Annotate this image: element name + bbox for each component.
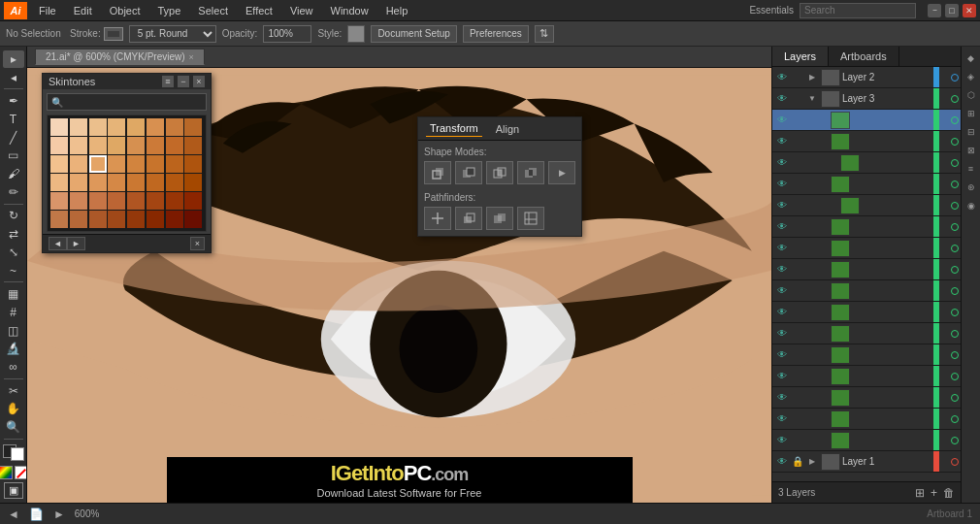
mesh-tool[interactable]: #: [3, 304, 24, 321]
mini-tool-9[interactable]: ◉: [964, 198, 979, 213]
brush-select[interactable]: 5 pt. Round: [129, 25, 216, 43]
target-circle[interactable]: [951, 415, 959, 423]
mini-tool-1[interactable]: ◆: [964, 50, 979, 66]
layer-row[interactable]: 👁 🔒: [772, 152, 961, 174]
search-input[interactable]: [800, 3, 916, 18]
layer-visibility-icon[interactable]: 👁: [774, 157, 790, 168]
swatch-item[interactable]: [184, 174, 202, 191]
target-circle[interactable]: [951, 223, 959, 231]
type-tool[interactable]: T: [3, 111, 24, 128]
swatch-item[interactable]: [50, 192, 68, 210]
artboards-tab[interactable]: Artboards: [829, 47, 899, 66]
layer-row[interactable]: 👁 🔒: [772, 366, 961, 387]
swatch-item[interactable]: [166, 192, 183, 210]
pen-tool[interactable]: ✒: [3, 92, 24, 110]
graph-tool[interactable]: ▦: [3, 285, 24, 303]
swatch-item[interactable]: [166, 174, 183, 191]
swatch-item[interactable]: [70, 118, 87, 136]
swatch-item[interactable]: [166, 137, 183, 154]
layer-row[interactable]: 👁 🔒: [772, 174, 961, 195]
layers-tab[interactable]: Layers: [772, 47, 829, 66]
pathfinder-merge[interactable]: [486, 207, 513, 230]
swatch-item[interactable]: [50, 155, 68, 173]
swatch-item[interactable]: [184, 155, 202, 173]
menu-type[interactable]: Type: [154, 3, 185, 18]
swatch-item[interactable]: [147, 192, 164, 210]
mini-tool-8[interactable]: ⊛: [964, 180, 979, 195]
target-circle[interactable]: [951, 394, 959, 402]
mini-tool-4[interactable]: ⊞: [964, 106, 979, 121]
layer-visibility-icon[interactable]: 👁: [774, 221, 790, 232]
layer-lock-icon[interactable]: 🔒: [790, 136, 805, 147]
swatch-item[interactable]: [166, 118, 183, 136]
rotate-tool[interactable]: ↻: [3, 208, 24, 225]
status-icon-arrow[interactable]: ►: [53, 508, 65, 521]
menu-effect[interactable]: Effect: [242, 3, 277, 18]
stroke-color-swatch[interactable]: [11, 447, 24, 461]
scale-tool[interactable]: ⤡: [3, 244, 24, 261]
swatch-item[interactable]: [127, 155, 145, 173]
skintones-panel-minimize[interactable]: −: [178, 76, 189, 87]
skintones-search-input[interactable]: [63, 97, 202, 108]
arrange-button[interactable]: ⇅: [535, 25, 554, 43]
layer-lock-icon[interactable]: 🔒: [790, 392, 805, 403]
stroke-swatch[interactable]: [104, 27, 123, 41]
select-tool[interactable]: ▸: [3, 50, 24, 68]
swatch-item[interactable]: [50, 137, 68, 154]
layer-visibility-icon[interactable]: 👁: [774, 179, 790, 189]
layer-lock-icon[interactable]: 🔒: [790, 93, 805, 104]
swatch-item[interactable]: [89, 118, 107, 136]
menu-help[interactable]: Help: [382, 3, 412, 18]
target-circle[interactable]: [951, 245, 959, 252]
layer-row[interactable]: 👁 🔒: [772, 238, 961, 259]
layer-lock-icon[interactable]: 🔒: [790, 328, 805, 339]
layer-row[interactable]: 👁 🔒 ▶ Layer 2: [772, 67, 961, 88]
skintones-panel-menu[interactable]: ≡: [162, 76, 174, 87]
swatch-item[interactable]: [166, 211, 183, 228]
layer-visibility-icon[interactable]: 👁: [774, 72, 790, 82]
swatch-item[interactable]: [127, 174, 145, 191]
target-circle[interactable]: [951, 202, 959, 210]
target-circle[interactable]: [951, 330, 959, 338]
preferences-button[interactable]: Preferences: [463, 25, 529, 43]
layer-row[interactable]: 👁 🔒: [772, 323, 961, 344]
pathfinder-crop[interactable]: [517, 207, 544, 230]
close-button[interactable]: ✕: [963, 4, 976, 17]
delete-layer-icon[interactable]: 🗑: [943, 486, 955, 500]
shape-mode-unite[interactable]: [424, 161, 451, 184]
layer-visibility-icon[interactable]: 👁: [774, 328, 790, 339]
layer-expand-icon[interactable]: ▶: [805, 73, 819, 82]
swatch-item[interactable]: [89, 137, 107, 154]
layer-row[interactable]: 👁 🔒 ▼ Layer 3: [772, 88, 961, 110]
mini-tool-2[interactable]: ◈: [964, 69, 979, 84]
layer-lock-icon[interactable]: 🔒: [790, 115, 805, 125]
hand-tool[interactable]: ✋: [3, 400, 24, 417]
layer-lock-icon[interactable]: 🔒: [790, 456, 805, 467]
layer-row[interactable]: 👁 🔒: [772, 280, 961, 302]
warp-tool[interactable]: ~: [3, 262, 24, 279]
target-circle[interactable]: [951, 287, 959, 295]
opacity-input[interactable]: 100%: [263, 25, 311, 43]
layer-row[interactable]: 👁 🔒: [772, 387, 961, 409]
layer-lock-icon[interactable]: 🔒: [790, 285, 805, 296]
swatch-item[interactable]: [184, 211, 202, 228]
swatch-item[interactable]: [108, 155, 125, 173]
layer-lock-icon[interactable]: 🔒: [790, 200, 805, 211]
paint-brush-tool[interactable]: 🖌: [3, 165, 24, 182]
target-circle[interactable]: [951, 138, 959, 146]
swatch-item[interactable]: [147, 155, 164, 173]
mini-tool-7[interactable]: ≡: [964, 161, 979, 177]
swatch-item[interactable]: [50, 174, 68, 191]
make-sublayer-icon[interactable]: ⊞: [915, 486, 925, 500]
swatch-item[interactable]: [89, 174, 107, 191]
swatch-item[interactable]: [108, 192, 125, 210]
target-circle[interactable]: [951, 309, 959, 316]
swatch-item[interactable]: [108, 174, 125, 191]
layer-visibility-icon[interactable]: 👁: [774, 200, 790, 211]
menu-view[interactable]: View: [286, 3, 317, 18]
doc-setup-button[interactable]: Document Setup: [371, 25, 457, 43]
layer-visibility-icon[interactable]: 👁: [774, 264, 790, 275]
layer-row[interactable]: 👁 🔒: [772, 195, 961, 216]
layer-row[interactable]: 👁 🔒: [772, 131, 961, 152]
align-tab[interactable]: Align: [492, 121, 523, 137]
